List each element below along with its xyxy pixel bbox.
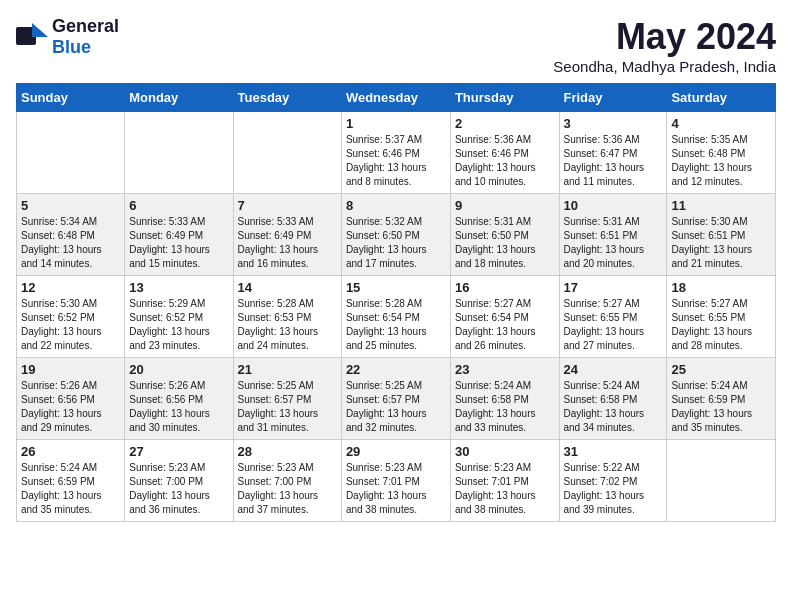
- calendar-cell: [125, 112, 233, 194]
- calendar-cell: 4Sunrise: 5:35 AM Sunset: 6:48 PM Daylig…: [667, 112, 776, 194]
- day-info: Sunrise: 5:37 AM Sunset: 6:46 PM Dayligh…: [346, 133, 446, 189]
- calendar-cell: 15Sunrise: 5:28 AM Sunset: 6:54 PM Dayli…: [341, 276, 450, 358]
- day-info: Sunrise: 5:25 AM Sunset: 6:57 PM Dayligh…: [238, 379, 337, 435]
- calendar-cell: 22Sunrise: 5:25 AM Sunset: 6:57 PM Dayli…: [341, 358, 450, 440]
- location-text: Seondha, Madhya Pradesh, India: [553, 58, 776, 75]
- calendar-cell: 17Sunrise: 5:27 AM Sunset: 6:55 PM Dayli…: [559, 276, 667, 358]
- calendar-cell: 27Sunrise: 5:23 AM Sunset: 7:00 PM Dayli…: [125, 440, 233, 522]
- col-friday: Friday: [559, 84, 667, 112]
- day-number: 20: [129, 362, 228, 377]
- calendar-cell: 12Sunrise: 5:30 AM Sunset: 6:52 PM Dayli…: [17, 276, 125, 358]
- calendar-cell: 21Sunrise: 5:25 AM Sunset: 6:57 PM Dayli…: [233, 358, 341, 440]
- col-tuesday: Tuesday: [233, 84, 341, 112]
- day-number: 23: [455, 362, 555, 377]
- calendar-cell: 7Sunrise: 5:33 AM Sunset: 6:49 PM Daylig…: [233, 194, 341, 276]
- day-info: Sunrise: 5:24 AM Sunset: 6:59 PM Dayligh…: [671, 379, 771, 435]
- day-info: Sunrise: 5:35 AM Sunset: 6:48 PM Dayligh…: [671, 133, 771, 189]
- calendar-cell: 18Sunrise: 5:27 AM Sunset: 6:55 PM Dayli…: [667, 276, 776, 358]
- svg-marker-1: [32, 23, 48, 37]
- day-number: 28: [238, 444, 337, 459]
- calendar-cell: 23Sunrise: 5:24 AM Sunset: 6:58 PM Dayli…: [450, 358, 559, 440]
- day-info: Sunrise: 5:28 AM Sunset: 6:53 PM Dayligh…: [238, 297, 337, 353]
- calendar-cell: 2Sunrise: 5:36 AM Sunset: 6:46 PM Daylig…: [450, 112, 559, 194]
- day-info: Sunrise: 5:29 AM Sunset: 6:52 PM Dayligh…: [129, 297, 228, 353]
- calendar-cell: 25Sunrise: 5:24 AM Sunset: 6:59 PM Dayli…: [667, 358, 776, 440]
- day-info: Sunrise: 5:23 AM Sunset: 7:00 PM Dayligh…: [238, 461, 337, 517]
- day-info: Sunrise: 5:23 AM Sunset: 7:01 PM Dayligh…: [346, 461, 446, 517]
- day-number: 22: [346, 362, 446, 377]
- logo: General Blue: [16, 16, 119, 58]
- day-info: Sunrise: 5:34 AM Sunset: 6:48 PM Dayligh…: [21, 215, 120, 271]
- day-number: 6: [129, 198, 228, 213]
- day-number: 8: [346, 198, 446, 213]
- calendar-cell: 10Sunrise: 5:31 AM Sunset: 6:51 PM Dayli…: [559, 194, 667, 276]
- day-number: 10: [564, 198, 663, 213]
- calendar-cell: 1Sunrise: 5:37 AM Sunset: 6:46 PM Daylig…: [341, 112, 450, 194]
- day-number: 31: [564, 444, 663, 459]
- day-number: 21: [238, 362, 337, 377]
- day-number: 15: [346, 280, 446, 295]
- calendar-row-4: 19Sunrise: 5:26 AM Sunset: 6:56 PM Dayli…: [17, 358, 776, 440]
- calendar-row-1: 1Sunrise: 5:37 AM Sunset: 6:46 PM Daylig…: [17, 112, 776, 194]
- calendar-cell: 16Sunrise: 5:27 AM Sunset: 6:54 PM Dayli…: [450, 276, 559, 358]
- day-number: 5: [21, 198, 120, 213]
- calendar-row-3: 12Sunrise: 5:30 AM Sunset: 6:52 PM Dayli…: [17, 276, 776, 358]
- day-info: Sunrise: 5:27 AM Sunset: 6:54 PM Dayligh…: [455, 297, 555, 353]
- day-info: Sunrise: 5:27 AM Sunset: 6:55 PM Dayligh…: [564, 297, 663, 353]
- day-number: 3: [564, 116, 663, 131]
- calendar-table: Sunday Monday Tuesday Wednesday Thursday…: [16, 83, 776, 522]
- day-number: 13: [129, 280, 228, 295]
- day-number: 25: [671, 362, 771, 377]
- day-info: Sunrise: 5:36 AM Sunset: 6:46 PM Dayligh…: [455, 133, 555, 189]
- calendar-cell: 13Sunrise: 5:29 AM Sunset: 6:52 PM Dayli…: [125, 276, 233, 358]
- logo-blue-text: Blue: [52, 37, 91, 57]
- day-number: 14: [238, 280, 337, 295]
- day-number: 9: [455, 198, 555, 213]
- day-number: 16: [455, 280, 555, 295]
- day-info: Sunrise: 5:25 AM Sunset: 6:57 PM Dayligh…: [346, 379, 446, 435]
- day-info: Sunrise: 5:31 AM Sunset: 6:51 PM Dayligh…: [564, 215, 663, 271]
- calendar-cell: 6Sunrise: 5:33 AM Sunset: 6:49 PM Daylig…: [125, 194, 233, 276]
- month-title: May 2024: [553, 16, 776, 58]
- day-number: 30: [455, 444, 555, 459]
- logo-general-text: General: [52, 16, 119, 36]
- day-info: Sunrise: 5:33 AM Sunset: 6:49 PM Dayligh…: [129, 215, 228, 271]
- day-number: 18: [671, 280, 771, 295]
- calendar-cell: 24Sunrise: 5:24 AM Sunset: 6:58 PM Dayli…: [559, 358, 667, 440]
- day-number: 17: [564, 280, 663, 295]
- calendar-cell: 5Sunrise: 5:34 AM Sunset: 6:48 PM Daylig…: [17, 194, 125, 276]
- col-thursday: Thursday: [450, 84, 559, 112]
- calendar-cell: 30Sunrise: 5:23 AM Sunset: 7:01 PM Dayli…: [450, 440, 559, 522]
- calendar-header-row: Sunday Monday Tuesday Wednesday Thursday…: [17, 84, 776, 112]
- calendar-cell: 26Sunrise: 5:24 AM Sunset: 6:59 PM Dayli…: [17, 440, 125, 522]
- day-number: 24: [564, 362, 663, 377]
- day-info: Sunrise: 5:32 AM Sunset: 6:50 PM Dayligh…: [346, 215, 446, 271]
- day-info: Sunrise: 5:30 AM Sunset: 6:51 PM Dayligh…: [671, 215, 771, 271]
- calendar-cell: 9Sunrise: 5:31 AM Sunset: 6:50 PM Daylig…: [450, 194, 559, 276]
- day-info: Sunrise: 5:28 AM Sunset: 6:54 PM Dayligh…: [346, 297, 446, 353]
- day-info: Sunrise: 5:24 AM Sunset: 6:59 PM Dayligh…: [21, 461, 120, 517]
- logo-icon: [16, 23, 48, 51]
- day-number: 29: [346, 444, 446, 459]
- calendar-cell: 28Sunrise: 5:23 AM Sunset: 7:00 PM Dayli…: [233, 440, 341, 522]
- calendar-cell: 20Sunrise: 5:26 AM Sunset: 6:56 PM Dayli…: [125, 358, 233, 440]
- title-block: May 2024 Seondha, Madhya Pradesh, India: [553, 16, 776, 75]
- col-saturday: Saturday: [667, 84, 776, 112]
- day-info: Sunrise: 5:26 AM Sunset: 6:56 PM Dayligh…: [129, 379, 228, 435]
- day-info: Sunrise: 5:23 AM Sunset: 7:00 PM Dayligh…: [129, 461, 228, 517]
- day-number: 7: [238, 198, 337, 213]
- calendar-row-2: 5Sunrise: 5:34 AM Sunset: 6:48 PM Daylig…: [17, 194, 776, 276]
- calendar-cell: 3Sunrise: 5:36 AM Sunset: 6:47 PM Daylig…: [559, 112, 667, 194]
- day-info: Sunrise: 5:33 AM Sunset: 6:49 PM Dayligh…: [238, 215, 337, 271]
- day-number: 12: [21, 280, 120, 295]
- col-wednesday: Wednesday: [341, 84, 450, 112]
- day-info: Sunrise: 5:24 AM Sunset: 6:58 PM Dayligh…: [564, 379, 663, 435]
- page-header: General Blue May 2024 Seondha, Madhya Pr…: [16, 16, 776, 75]
- calendar-cell: 14Sunrise: 5:28 AM Sunset: 6:53 PM Dayli…: [233, 276, 341, 358]
- calendar-cell: 31Sunrise: 5:22 AM Sunset: 7:02 PM Dayli…: [559, 440, 667, 522]
- day-info: Sunrise: 5:22 AM Sunset: 7:02 PM Dayligh…: [564, 461, 663, 517]
- calendar-cell: 19Sunrise: 5:26 AM Sunset: 6:56 PM Dayli…: [17, 358, 125, 440]
- day-number: 27: [129, 444, 228, 459]
- day-number: 4: [671, 116, 771, 131]
- day-info: Sunrise: 5:27 AM Sunset: 6:55 PM Dayligh…: [671, 297, 771, 353]
